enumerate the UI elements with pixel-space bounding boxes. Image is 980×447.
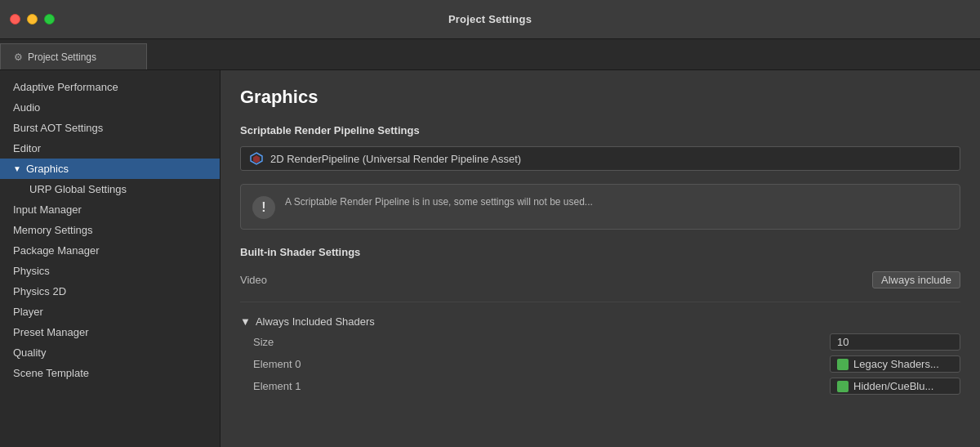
- window-title: Project Settings: [448, 13, 532, 25]
- always-included-arrow: ▼: [240, 315, 251, 328]
- sidebar: Adaptive PerformanceAudioBurst AOT Setti…: [0, 70, 220, 447]
- sidebar-item-label: Input Manager: [13, 203, 82, 216]
- size-value: 10: [837, 336, 849, 348]
- main-layout: Adaptive PerformanceAudioBurst AOT Setti…: [0, 70, 980, 447]
- element-0-row: Element 0 Legacy Shaders...: [240, 353, 960, 375]
- sidebar-item-physics-2d[interactable]: Physics 2D: [0, 281, 220, 302]
- element-1-value-field[interactable]: Hidden/CueBlu...: [830, 378, 960, 395]
- element-0-icon: [837, 359, 849, 370]
- element-1-icon: [837, 381, 849, 392]
- shader-size-row: Size 10: [240, 331, 960, 353]
- sidebar-item-physics[interactable]: Physics: [0, 261, 220, 281]
- sidebar-item-label: Graphics: [26, 163, 69, 175]
- sidebar-item-burst-aot[interactable]: Burst AOT Settings: [0, 118, 220, 138]
- sidebar-item-label: Scene Template: [13, 367, 89, 379]
- always-included-title: Always Included Shaders: [256, 315, 375, 328]
- element-1-value: Hidden/CueBlu...: [853, 380, 933, 392]
- video-field-row: Video Always include: [240, 268, 960, 292]
- warning-box: ! A Scriptable Render Pipeline is in use…: [240, 184, 960, 230]
- minimize-button[interactable]: [27, 14, 38, 25]
- sidebar-item-preset-manager[interactable]: Preset Manager: [0, 322, 220, 342]
- built-in-shader-section-title: Built-in Shader Settings: [240, 246, 960, 258]
- size-label: Size: [253, 336, 274, 348]
- project-settings-tab[interactable]: ⚙ Project Settings: [0, 43, 147, 69]
- render-pipeline-section-title: Scriptable Render Pipeline Settings: [240, 124, 960, 136]
- sidebar-item-label: Memory Settings: [13, 224, 93, 236]
- always-include-value[interactable]: Always include: [872, 271, 960, 288]
- maximize-button[interactable]: [44, 14, 55, 25]
- element-0-value-field[interactable]: Legacy Shaders...: [830, 355, 960, 373]
- sidebar-item-label: Burst AOT Settings: [13, 122, 103, 134]
- traffic-lights: [10, 14, 55, 25]
- sidebar-item-label: Audio: [13, 101, 40, 114]
- sidebar-item-adaptive-performance[interactable]: Adaptive Performance: [0, 77, 220, 97]
- sidebar-item-label: Adaptive Performance: [13, 81, 118, 93]
- sidebar-item-graphics[interactable]: ▼Graphics: [0, 159, 220, 179]
- gear-icon: ⚙: [14, 51, 23, 63]
- content-panel: Graphics Scriptable Render Pipeline Sett…: [220, 70, 980, 447]
- sidebar-item-quality[interactable]: Quality: [0, 342, 220, 363]
- sidebar-item-player[interactable]: Player: [0, 302, 220, 322]
- sidebar-item-label: Editor: [13, 142, 41, 154]
- divider: [240, 302, 960, 302]
- sidebar-item-label: Physics 2D: [13, 285, 66, 297]
- sidebar-item-audio[interactable]: Audio: [0, 97, 220, 118]
- warning-text: A Scriptable Render Pipeline is in use, …: [285, 194, 593, 209]
- sidebar-item-label: Player: [13, 306, 43, 318]
- close-button[interactable]: [10, 14, 20, 25]
- sidebar-item-scene-template[interactable]: Scene Template: [0, 363, 220, 383]
- sidebar-item-input-manager[interactable]: Input Manager: [0, 199, 220, 220]
- element-1-label: Element 1: [253, 380, 301, 392]
- render-pipeline-row[interactable]: 2D RenderPipeline (Universal Render Pipe…: [240, 146, 960, 171]
- arrow-icon: ▼: [13, 164, 21, 173]
- tab-bar: ⚙ Project Settings: [0, 39, 980, 70]
- element-0-value: Legacy Shaders...: [853, 358, 939, 370]
- render-pipeline-value: 2D RenderPipeline (Universal Render Pipe…: [270, 153, 521, 165]
- svg-marker-1: [253, 155, 260, 163]
- sidebar-item-editor[interactable]: Editor: [0, 138, 220, 159]
- size-value-field[interactable]: 10: [830, 333, 960, 351]
- sidebar-item-label: URP Global Settings: [29, 183, 127, 195]
- sidebar-item-urp-global[interactable]: URP Global Settings: [0, 179, 220, 199]
- sidebar-item-label: Package Manager: [13, 244, 100, 257]
- sidebar-item-label: Physics: [13, 265, 50, 277]
- always-included-header: ▼ Always Included Shaders: [240, 312, 960, 331]
- title-bar: Project Settings: [0, 0, 980, 39]
- sidebar-item-package-manager[interactable]: Package Manager: [0, 240, 220, 261]
- element-0-label: Element 0: [253, 358, 301, 370]
- warning-icon: !: [252, 196, 275, 219]
- sidebar-item-memory-settings[interactable]: Memory Settings: [0, 220, 220, 240]
- render-pipeline-icon: [249, 151, 264, 166]
- video-label: Video: [240, 274, 267, 286]
- content-title: Graphics: [240, 87, 960, 108]
- tab-label: Project Settings: [28, 51, 96, 63]
- sidebar-item-label: Preset Manager: [13, 326, 89, 338]
- sidebar-item-label: Quality: [13, 346, 46, 359]
- element-1-row: Element 1 Hidden/CueBlu...: [240, 375, 960, 397]
